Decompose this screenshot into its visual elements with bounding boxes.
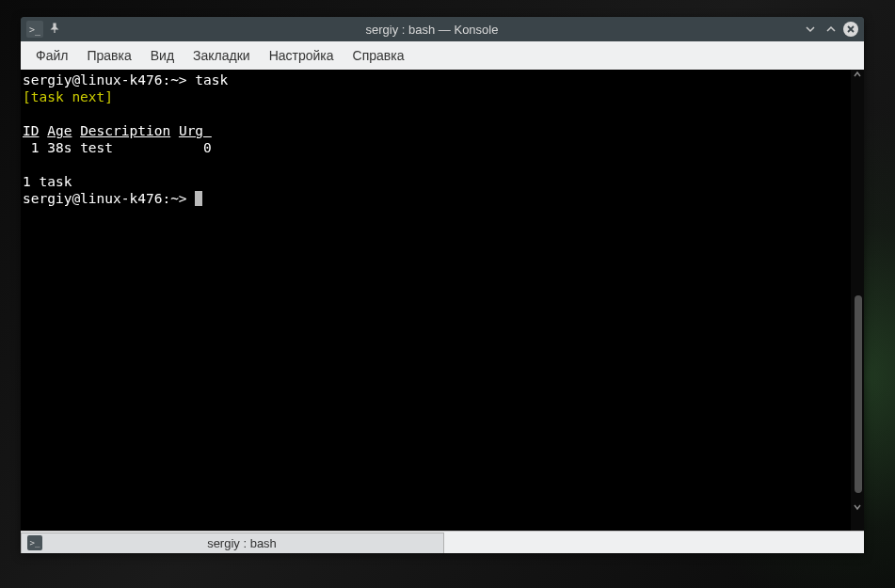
prompt: sergiy@linux-k476:~> [23, 72, 187, 87]
scroll-up-icon[interactable] [853, 70, 862, 79]
menu-help[interactable]: Справка [345, 44, 412, 67]
scroll-down-icon[interactable] [853, 502, 862, 512]
command-text: task [187, 72, 229, 87]
terminal[interactable]: sergiy@linux-k476:~> task [task next] ID… [21, 70, 851, 531]
menu-settings[interactable]: Настройка [262, 44, 342, 67]
tab-active[interactable]: >_ sergiy : bash [21, 532, 444, 553]
maximize-button[interactable] [823, 21, 839, 38]
menu-view[interactable]: Вид [143, 44, 182, 67]
menu-bookmarks[interactable]: Закладки [185, 44, 258, 67]
scrollbar[interactable] [851, 70, 864, 531]
tabbar: >_ sergiy : bash [21, 531, 864, 553]
close-button[interactable] [843, 22, 858, 37]
row-id: 1 [23, 140, 39, 155]
prompt-2: sergiy@linux-k476:~> [23, 191, 195, 206]
row-desc: test [80, 140, 170, 155]
col-age: Age [47, 123, 72, 138]
col-id: ID [23, 123, 39, 138]
menu-edit[interactable]: Правка [79, 44, 138, 67]
titlebar-left: >_ [26, 21, 62, 38]
menubar: Файл Правка Вид Закладки Настройка Справ… [21, 41, 864, 70]
col-desc: Description [80, 123, 170, 138]
minimize-button[interactable] [802, 21, 819, 38]
app-icon: >_ [26, 21, 43, 38]
konsole-window: >_ sergiy : bash — Konsole Файл Правка В… [21, 17, 864, 553]
tab-label: sergiy : bash [50, 536, 434, 550]
row-urg: 0 [179, 140, 212, 155]
window-title: sergiy : bash — Konsole [62, 23, 802, 37]
titlebar[interactable]: >_ sergiy : bash — Konsole [21, 17, 864, 41]
menu-file[interactable]: Файл [28, 44, 75, 67]
scroll-thumb[interactable] [855, 295, 862, 493]
terminal-icon: >_ [27, 535, 42, 550]
row-age: 38s [47, 140, 72, 155]
col-urg: Urg [179, 123, 212, 138]
pin-icon[interactable] [49, 23, 62, 36]
cursor [195, 191, 202, 206]
task-filter-line: [task next] [23, 89, 113, 104]
task-summary: 1 task [23, 174, 72, 189]
titlebar-controls [802, 21, 858, 38]
terminal-container: sergiy@linux-k476:~> task [task next] ID… [21, 70, 864, 531]
